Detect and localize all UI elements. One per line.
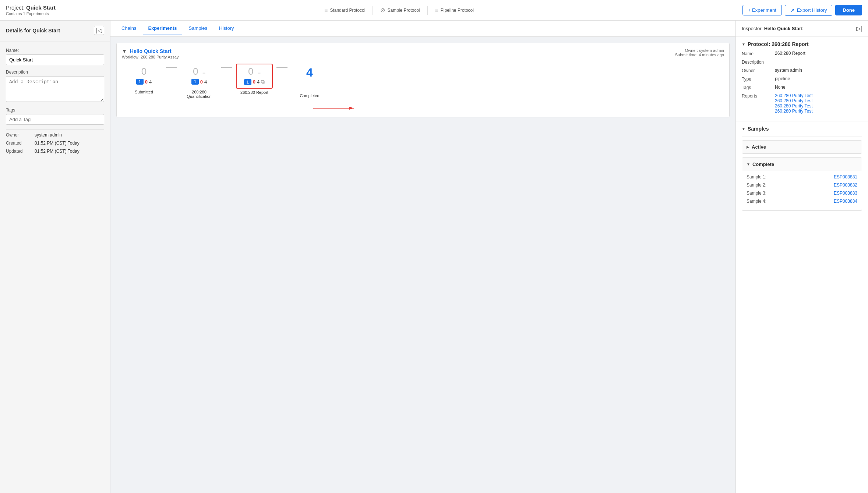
project-info: Project: Quick Start Contains 1 Experime… [6,4,56,16]
complete-subsection-body: Sample 1: ESP003881 Sample 2: ESP003882 … [742,171,862,210]
arrow-annotation [122,104,724,112]
step-completed-box: 4 [291,64,328,92]
owner-row: Owner system admin [6,132,104,138]
exp-submit-meta: Submit time: 4 minutes ago [675,53,724,57]
report-count-text: 0 [248,66,253,77]
separator-step-3 [276,64,287,68]
report-link-3[interactable]: 260:280 Purity Test [775,103,862,109]
exp-title-row: ▼ Hello Quick Start [122,48,179,54]
step-submitted-badge[interactable]: 1 [136,79,144,85]
report-link-4[interactable]: 260:280 Purity Test [775,109,862,114]
header-actions: + Experiment ↗ Export History Done [742,5,862,16]
sample-row-3: Sample 3: ESP003883 [747,191,857,196]
updated-value: 01:52 PM (CST) Today [35,149,80,154]
name-row: Name: [6,48,104,65]
active-subsection-header[interactable]: ▶ Active [742,141,862,153]
done-button[interactable]: Done [835,5,862,15]
samples-section-header[interactable]: ▼ Samples [742,121,862,136]
step-submitted-count: 0 [141,66,147,77]
active-collapse-icon: ▶ [747,145,749,149]
add-experiment-button[interactable]: + Experiment [742,5,782,15]
quant-count-text: 0 [193,66,198,77]
step-report-count: 0 ≡ [248,66,261,77]
sample-row-2: Sample 2: ESP003882 [747,182,857,188]
protocol-reports-row: Reports 260:280 Purity Test 260:280 Puri… [742,93,862,114]
export-icon: ↗ [790,7,795,13]
separator-step-1 [166,64,177,68]
sample-4-link[interactable]: ESP003884 [834,199,857,204]
sample-protocol-icon: ⊘ [380,7,385,14]
step-report-box: 0 ≡ 1 0 4 ⧉ [236,64,273,89]
owner-value: system admin [35,132,62,138]
left-panel-header: Details for Quick Start |◁ [0,21,110,39]
sample-4-label: Sample 4: [747,199,766,204]
tags-input[interactable] [6,114,104,125]
center-panel: Chains Experiments Samples History ▼ Hel… [110,21,735,493]
inspector-close-button[interactable]: ▷| [856,25,862,32]
active-subsection-title: Active [752,144,766,150]
red-arrow-svg [313,104,357,112]
samples-tab-label: Samples [189,25,208,31]
sample-3-link[interactable]: ESP003883 [834,191,857,196]
created-value: 01:52 PM (CST) Today [35,141,80,146]
step-report-dark: 4 [257,79,260,85]
description-textarea[interactable] [6,76,104,102]
tab-samples[interactable]: Samples [184,22,213,35]
report-link-1[interactable]: 260:280 Purity Test [775,93,862,98]
export-history-button[interactable]: ↗ Export History [785,5,833,16]
sample-2-link[interactable]: ESP003882 [834,182,857,188]
details-form: Name: Description Tags Owner system admi… [0,45,110,160]
pipeline-protocol-btn[interactable]: ≡ Pipeline Protocol [435,7,474,14]
samples-section-title: Samples [748,126,769,132]
add-experiment-label: + Experiment [748,7,776,13]
complete-subsection: ▼ Complete Sample 1: ESP003881 Sample 2:… [742,157,862,211]
updated-label: Updated [6,149,32,154]
details-title: Details for Quick Start [6,28,60,33]
step-quantification-box: 0 ≡ 1 0 4 [181,64,218,88]
step-report-red: 0 [253,79,255,85]
samples-section: ▼ Samples ▶ Active ▼ Complete Sample 1: [736,121,868,219]
standard-protocol-btn[interactable]: ≡ Standard Protocol [324,7,365,14]
created-label: Created [6,141,32,146]
tab-chains[interactable]: Chains [116,22,141,35]
step-report-label: 260:280 Report [240,90,268,95]
step-arrow-3 [276,67,287,68]
sample-protocol-btn[interactable]: ⊘ Sample Protocol [380,7,420,14]
protocol-description-label: Description [742,59,775,65]
experiments-tab-label: Experiments [148,25,177,31]
description-row: Description [6,70,104,103]
name-input[interactable] [6,54,104,65]
protocol-type-label: Type [742,76,775,82]
tab-history[interactable]: History [214,22,239,35]
step-report: 0 ≡ 1 0 4 ⧉ 260:280 Report [232,64,276,95]
tab-experiments[interactable]: Experiments [143,22,182,35]
protocol-name-value: 260:280 Report [775,51,862,56]
inspector-title-area: Inspector: Hello Quick Start [742,26,802,31]
protocol-collapse-icon: ▼ [742,42,745,46]
collapse-panel-button[interactable]: |◁ [94,26,104,35]
experiment-title[interactable]: Hello Quick Start [130,48,172,54]
sample-1-link[interactable]: ESP003881 [834,174,857,180]
exp-collapse-arrow[interactable]: ▼ [122,48,127,54]
step-report-badge[interactable]: 1 [244,79,251,85]
step-report-copy-icon[interactable]: ⧉ [261,79,265,85]
protocol-type-row: Type pipeline [742,76,862,82]
tags-label: Tags [6,107,104,113]
experiment-meta: Owner: system admin Submit time: 4 minut… [675,48,724,57]
protocol-reports-label: Reports [742,93,775,114]
step-submitted-red: 0 [145,79,148,85]
tags-row: Tags [6,107,104,125]
step-quant-badge[interactable]: 1 [191,79,199,85]
sample-1-label: Sample 1: [747,174,766,180]
sample-protocol-label: Sample Protocol [387,8,420,13]
protocol-description-row: Description [742,59,862,65]
step-submitted-dark: 4 [149,79,152,85]
step-submitted-box: 0 1 0 4 [126,64,162,88]
top-header: Project: Quick Start Contains 1 Experime… [0,0,868,21]
name-label: Name: [6,48,104,53]
report-link-2[interactable]: 260:280 Purity Test [775,98,862,103]
history-tab-label: History [219,25,234,31]
protocol-section-header[interactable]: ▼ Protocol: 260:280 Report [742,41,862,47]
protocol-section: ▼ Protocol: 260:280 Report Name 260:280 … [736,37,868,121]
complete-subsection-header[interactable]: ▼ Complete [742,158,862,171]
